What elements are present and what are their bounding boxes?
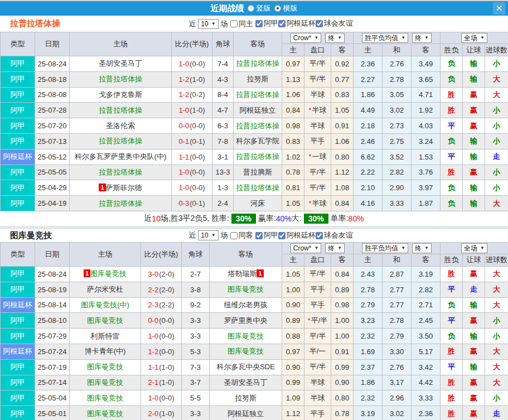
goals-result-cell: 小: [485, 329, 508, 344]
fulltime-score: 0-1: [178, 137, 189, 146]
away-team-cell: 图库曼竞技: [210, 344, 282, 359]
team-name-text: 图库曼竞技: [87, 363, 123, 371]
radio-selected-icon[interactable]: [274, 5, 281, 12]
fulltime-score: 1-2: [178, 75, 189, 84]
layout-vertical-option[interactable]: 竖版: [248, 3, 271, 13]
fulltime-score: 1-1: [148, 363, 158, 371]
layout-horizontal-option[interactable]: 横版: [274, 3, 298, 13]
crow-away-odds-cell: 0.91: [331, 344, 354, 359]
team-name-text: 萨尔米安杜: [87, 285, 123, 293]
avg-away-cell: 3.50: [412, 329, 441, 344]
corners-cell: 3-3: [182, 313, 210, 329]
handicap-cell: 半/一: [304, 344, 331, 359]
halftime-score: (1-0): [190, 75, 205, 84]
fulltime-header-cell: 全场▼: [441, 242, 508, 254]
match-count-select[interactable]: 10 ▼: [198, 19, 218, 29]
league-cell: 阿甲: [1, 103, 35, 118]
result-cell: 负: [441, 196, 463, 211]
league-cell: 阿根廷杯: [1, 149, 35, 165]
result-char: 大: [493, 285, 500, 293]
league-checkbox-input[interactable]: [278, 232, 286, 239]
score-cell: 1-0(0-0): [141, 329, 182, 344]
summary-text: 10: [152, 214, 161, 223]
league-checkbox[interactable]: 球会友谊: [316, 18, 353, 28]
match-count-select[interactable]: 10 ▼: [198, 230, 218, 240]
match-row: 阿甲25-07-14图库曼竞技2-1(1-0)3-7圣胡安圣马丁0.99半球0.…: [1, 375, 508, 390]
league-checkbox-input[interactable]: [316, 20, 323, 27]
league-checkbox-input[interactable]: [255, 232, 263, 239]
avg-home-cell: 2.10: [354, 180, 383, 196]
league-checkbox[interactable]: 阿甲: [255, 230, 278, 240]
avg-draw-cell: 3.33: [383, 196, 412, 211]
same-venue-checkbox[interactable]: 同客: [230, 230, 253, 240]
handicap-changed-marker: *: [308, 106, 311, 114]
avg-odds-select[interactable]: 胜平负均值▼: [362, 33, 408, 43]
crow-home-odds-cell: 0.99: [282, 375, 304, 390]
result-char: 小: [493, 168, 500, 176]
score-cell: 0-1(0-1): [172, 133, 212, 149]
odds-final-select[interactable]: 终▼: [325, 33, 345, 43]
radio-unselected-icon[interactable]: [248, 5, 254, 12]
league-checkbox-input[interactable]: [278, 20, 286, 27]
handicap-cell: *一球: [304, 149, 331, 165]
handicap-text: 平/半: [309, 332, 326, 340]
goals-result-cell: 走: [485, 406, 508, 420]
league-checkbox[interactable]: 阿根廷杯: [278, 230, 316, 240]
home-team-cell: 图库曼竞技: [70, 313, 141, 329]
fulltime-score: 2-1: [148, 378, 158, 387]
halftime-score: (0-1): [190, 137, 205, 146]
league-filter-group: 阿甲阿根廷杯球会友谊: [255, 230, 353, 241]
odds-company-select[interactable]: Crow*▼: [291, 33, 322, 43]
same-venue-checkbox[interactable]: 同主: [230, 19, 253, 29]
col-header-avg-away: 客: [412, 254, 441, 266]
crow-away-odds-cell: 0.91: [331, 118, 354, 134]
league-checkbox[interactable]: 球会友谊: [316, 230, 353, 240]
date-cell: 25-05-04: [35, 390, 70, 406]
team-name-text: 拉普拉塔体操: [99, 75, 142, 83]
crow-home-odds-cell: 0.83: [282, 133, 304, 149]
fulltime-score: 2-3: [148, 301, 158, 309]
same-venue-checkbox-input[interactable]: [230, 20, 238, 27]
odds-company-select[interactable]: Crow*▼: [291, 243, 322, 253]
avg-away-cell: 1.87: [412, 196, 441, 211]
results-table: 类型 日期 主场 比分(半场) 角球 客场 Crow*▼ 终▼ 胜平负均: [0, 32, 508, 211]
halftime-score: (0-0): [159, 332, 174, 340]
match-row: 阿甲25-08-10图库曼竞技0-0(0-0)3-3罗萨里奥中央0.89*平/半…: [1, 313, 508, 329]
result-char: 大: [493, 363, 500, 371]
crow-home-odds-cell: 1.05: [282, 196, 304, 211]
team-name-text: 纽维尔老男孩: [224, 301, 268, 309]
corners-cell: 4-3: [212, 71, 234, 87]
handicap-text: 平手: [311, 409, 325, 418]
fulltime-select[interactable]: 全场▼: [461, 243, 487, 253]
red-card-badge: 1: [99, 184, 105, 191]
col-header-handicap: 盘口: [304, 254, 331, 266]
result-char: 平: [448, 122, 455, 130]
league-checkbox-input[interactable]: [316, 232, 323, 239]
chevron-down-icon: ▼: [401, 34, 405, 42]
avg-home-cell: 2.36: [354, 56, 383, 72]
close-button[interactable]: ✕: [493, 2, 505, 15]
crow-home-odds-cell: 0.90: [282, 297, 304, 313]
avg-final-select[interactable]: 终▼: [412, 33, 432, 43]
goals-result-cell: 大: [485, 297, 508, 313]
league-checkbox[interactable]: 阿根廷杯: [278, 18, 316, 28]
odds-final-select[interactable]: 终▼: [325, 243, 345, 253]
results-body: 阿甲25-08-24圣胡安圣马丁1-0(0-0)7-4拉普拉塔体操0.97平/半…: [1, 56, 508, 211]
avg-home-cell: 2.22: [354, 165, 383, 180]
avg-away-cell: 3.42: [412, 359, 441, 375]
same-venue-checkbox-input[interactable]: [230, 232, 238, 239]
avg-home-cell: 1.69: [354, 344, 383, 359]
score-cell: 1-0(1-0): [172, 103, 212, 118]
league-cell: 阿甲: [1, 71, 35, 87]
date-cell: 25-08-10: [35, 313, 70, 329]
filter-bar: 近 10 ▼ 场 同客 阿甲阿根廷杯球会友谊: [188, 230, 352, 241]
fulltime-select[interactable]: 全场▼: [461, 33, 487, 43]
handicap-cell: *半球: [304, 103, 331, 118]
league-checkbox[interactable]: 阿甲: [255, 18, 278, 28]
league-checkbox-input[interactable]: [255, 20, 263, 27]
avg-final-select[interactable]: 终▼: [412, 243, 432, 253]
avg-odds-select[interactable]: 胜平负均值▼: [362, 243, 408, 253]
avg-home-cell: 2.79: [354, 297, 383, 313]
away-team-cell: 图库曼竞技: [210, 329, 282, 344]
handicap-cell: 平手: [304, 297, 331, 313]
